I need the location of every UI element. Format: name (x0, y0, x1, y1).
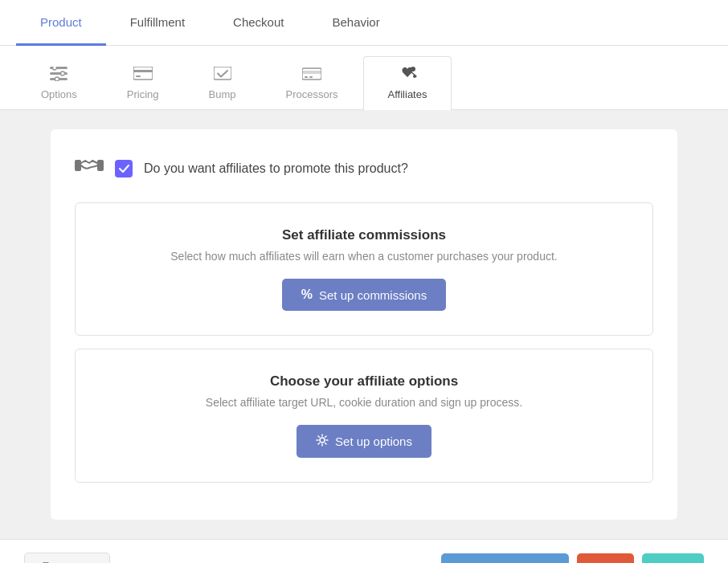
commissions-title: Set affiliate commissions (100, 227, 628, 243)
svg-rect-12 (305, 76, 308, 78)
svg-point-3 (53, 67, 57, 70)
bump-icon (214, 67, 231, 85)
next-button[interactable]: Next (642, 553, 704, 563)
set-up-options-button[interactable]: Set up options (297, 425, 431, 458)
affiliate-checkbox-row: Do you want affiliates to promote this p… (75, 153, 653, 183)
options-icon (50, 67, 67, 85)
options-title: Choose your affiliate options (100, 373, 628, 390)
footer: Preview Save & get URL Back Next (0, 539, 728, 563)
svg-point-14 (411, 67, 415, 71)
top-nav-checkout[interactable]: Checkout (209, 0, 308, 46)
affiliates-checkbox[interactable] (115, 160, 133, 177)
svg-rect-16 (75, 160, 81, 171)
options-section: Choose your affiliate options Select aff… (75, 349, 653, 483)
svg-rect-11 (302, 71, 321, 74)
sub-nav-pricing[interactable]: Pricing (102, 58, 184, 110)
svg-rect-7 (133, 70, 153, 72)
sub-nav-options[interactable]: Options (16, 58, 102, 110)
set-up-commissions-button[interactable]: % Set up commissions (282, 279, 446, 311)
svg-rect-6 (133, 67, 153, 80)
sub-nav-bump[interactable]: Bump (184, 58, 261, 110)
top-nav-fulfillment[interactable]: Fulfillment (106, 0, 209, 46)
save-get-url-button[interactable]: Save & get URL (441, 553, 569, 563)
svg-point-18 (320, 438, 325, 443)
pricing-icon (133, 67, 153, 85)
svg-point-15 (413, 75, 416, 78)
options-description: Select affiliate target URL, cookie dura… (100, 396, 628, 409)
commissions-section: Set affiliate commissions Select how muc… (75, 202, 653, 336)
content-card: Do you want affiliates to promote this p… (51, 129, 677, 520)
back-button[interactable]: Back (577, 553, 634, 563)
sub-nav: Options Pricing Bump (0, 46, 728, 110)
sub-nav-affiliates[interactable]: Affiliates (363, 56, 452, 110)
sub-nav-processors[interactable]: Processors (261, 58, 363, 110)
svg-rect-8 (136, 75, 141, 77)
percent-icon: % (301, 288, 313, 302)
svg-rect-17 (97, 160, 104, 171)
preview-button[interactable]: Preview (24, 553, 110, 563)
svg-point-4 (61, 71, 65, 75)
top-nav: Product Fulfillment Checkout Behavior (0, 0, 728, 46)
svg-point-5 (55, 77, 59, 81)
affiliates-checkbox-label: Do you want affiliates to promote this p… (144, 161, 408, 176)
affiliate-handshake-icon (75, 153, 104, 183)
top-nav-product[interactable]: Product (16, 0, 106, 46)
affiliates-icon (397, 65, 418, 85)
top-nav-behavior[interactable]: Behavior (308, 0, 403, 46)
svg-rect-9 (214, 67, 231, 80)
footer-right-buttons: Save & get URL Back Next (441, 553, 704, 563)
main-content: Do you want affiliates to promote this p… (0, 110, 728, 539)
commissions-description: Select how much affiliates will earn whe… (100, 250, 628, 263)
svg-rect-13 (309, 76, 313, 78)
gear-icon (316, 434, 329, 449)
processors-icon (302, 67, 321, 85)
